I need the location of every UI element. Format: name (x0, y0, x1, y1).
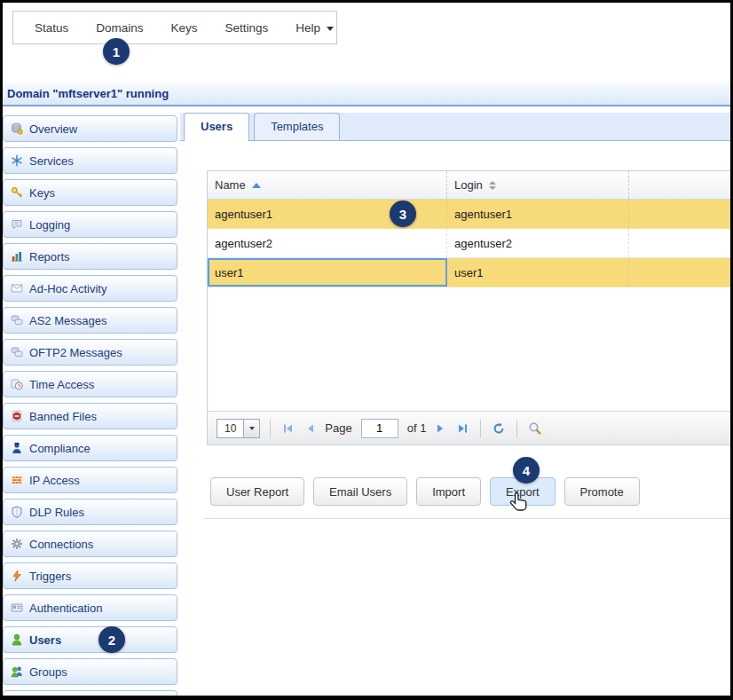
cell-login[interactable]: agentuser1 (447, 200, 629, 228)
column-header-login[interactable]: Login (447, 171, 629, 199)
refresh-button[interactable] (491, 421, 507, 437)
sidebar-item-label: Authentication (29, 602, 102, 615)
sort-both-icon (489, 181, 496, 190)
domain-status-bar: Domain "mftserver1" running (0, 83, 733, 106)
last-page-button[interactable] (454, 421, 470, 437)
overview-icon (11, 122, 23, 135)
lightning-icon (11, 570, 23, 582)
menu-item-status[interactable]: Status (35, 21, 68, 35)
sidebar-item-banned-files[interactable]: Banned Files (3, 403, 177, 429)
email-users-button[interactable]: Email Users (313, 477, 407, 506)
tab-templates[interactable]: Templates (254, 113, 340, 140)
table-row[interactable]: user1 user1 (208, 258, 733, 287)
page-size-select[interactable]: 10 (217, 419, 260, 438)
sidebar-item-dlp-rules[interactable]: DLP Rules (3, 499, 177, 525)
menu-item-settings[interactable]: Settings (225, 21, 269, 35)
menu-item-label: Status (35, 21, 68, 35)
next-page-button[interactable] (432, 421, 448, 437)
sidebar-item-authentication[interactable]: Authentication (3, 594, 177, 621)
first-page-button[interactable] (280, 421, 296, 437)
sidebar-item-as2-messages[interactable]: AS2 Messages (3, 307, 177, 334)
sidebar-item-logging[interactable]: Logging (3, 211, 177, 238)
speech-bubble-icon (11, 218, 23, 231)
table-row[interactable]: agentuser1 agentuser1 (208, 200, 733, 229)
sidebar-item-triggers[interactable]: Triggers (3, 562, 177, 589)
sidebar-item-label: Banned Files (29, 410, 97, 423)
sidebar-item-reports[interactable]: Reports (3, 243, 177, 270)
callout-badge-4: 4 (513, 457, 540, 484)
menu-item-keys[interactable]: Keys (171, 21, 198, 35)
sidebar-item-label: Connections (29, 538, 93, 551)
import-button[interactable]: Import (416, 477, 481, 506)
promote-button[interactable]: Promote (564, 477, 640, 506)
cell-text: agentuser2 (454, 237, 512, 250)
menu-item-label: Keys (171, 21, 198, 35)
prev-page-icon (304, 422, 317, 435)
sidebar-item-users[interactable]: Users (3, 626, 177, 653)
chat-bubbles-icon (11, 346, 23, 358)
sidebar: Overview Services Keys Logging Reports A… (3, 115, 177, 700)
select-caret-button[interactable] (243, 420, 259, 437)
sidebar-item-label: Groups (29, 665, 67, 679)
page-number-input[interactable] (361, 419, 398, 438)
cell-empty[interactable] (629, 258, 733, 287)
sidebar-item-overview[interactable]: Overview (3, 115, 177, 142)
separator (480, 420, 481, 437)
cell-name-focused[interactable]: user1 (208, 258, 447, 287)
sidebar-item-compliance[interactable]: Compliance (3, 435, 177, 461)
magnifier-icon (528, 421, 542, 436)
domain-status-text: Domain "mftserver1" running (7, 87, 169, 100)
users-table-panel: Name Login agentuser1 agentuser1 agentus… (207, 170, 733, 445)
sidebar-item-label: Compliance (29, 442, 91, 455)
menu-item-label: Domains (96, 21, 143, 35)
page-count-label: of 1 (407, 421, 427, 435)
next-page-icon (434, 422, 446, 435)
column-header-name[interactable]: Name (208, 171, 447, 199)
banned-file-icon (11, 410, 23, 422)
sidebar-item-adhoc-activity[interactable]: Ad-Hoc Activity (3, 275, 177, 302)
sidebar-item-ip-access[interactable]: IP Access (3, 467, 177, 493)
menu-item-domains[interactable]: Domains (96, 21, 143, 35)
sidebar-item-groups[interactable]: Groups (3, 658, 177, 685)
cell-login[interactable]: user1 (447, 258, 629, 287)
sidebar-item-label: Logging (29, 218, 70, 232)
key-icon (11, 186, 23, 199)
sidebar-item-time-access[interactable]: Time Access (3, 371, 177, 397)
bar-chart-icon (11, 250, 23, 263)
menu-item-help[interactable]: Help (296, 21, 334, 35)
menu-item-label: Settings (225, 21, 269, 35)
cell-login[interactable]: agentuser2 (447, 229, 629, 257)
sidebar-item-oftp2-messages[interactable]: OFTP2 Messages (3, 339, 177, 366)
group-icon (11, 665, 23, 678)
button-label: Import (432, 485, 465, 499)
officer-icon (11, 442, 23, 454)
clock-icon (11, 378, 23, 390)
tab-label: Users (201, 120, 233, 133)
user-report-button[interactable]: User Report (210, 477, 304, 506)
sidebar-item-label: Users (29, 633, 61, 647)
table-row[interactable]: agentuser2 agentuser2 (208, 229, 733, 258)
sidebar-item-label: Overview (29, 122, 77, 136)
top-menu-bar: Status Domains Keys Settings Help (12, 11, 337, 44)
id-card-icon (11, 602, 23, 614)
column-label: Name (215, 178, 246, 192)
user-icon (11, 633, 23, 646)
column-header-empty (629, 171, 733, 199)
prev-page-button[interactable] (303, 421, 319, 437)
sidebar-item-keys[interactable]: Keys (3, 179, 177, 206)
cell-empty[interactable] (629, 200, 733, 228)
sidebar-item-label: Reports (29, 250, 70, 263)
sort-ascending-icon (252, 183, 261, 188)
cell-name[interactable]: agentuser2 (208, 229, 447, 257)
sidebar-item-connections[interactable]: Connections (3, 531, 177, 557)
page-size-value: 10 (217, 420, 243, 437)
button-label: User Report (226, 485, 288, 499)
tab-users[interactable]: Users (184, 113, 249, 141)
cell-empty[interactable] (629, 229, 733, 257)
sidebar-item-services[interactable]: Services (3, 147, 177, 174)
sidebar-item-partial[interactable] (3, 690, 177, 700)
button-label: Email Users (329, 485, 391, 499)
shield-icon (11, 506, 23, 518)
cell-text: user1 (454, 266, 484, 279)
search-button[interactable] (527, 421, 543, 437)
